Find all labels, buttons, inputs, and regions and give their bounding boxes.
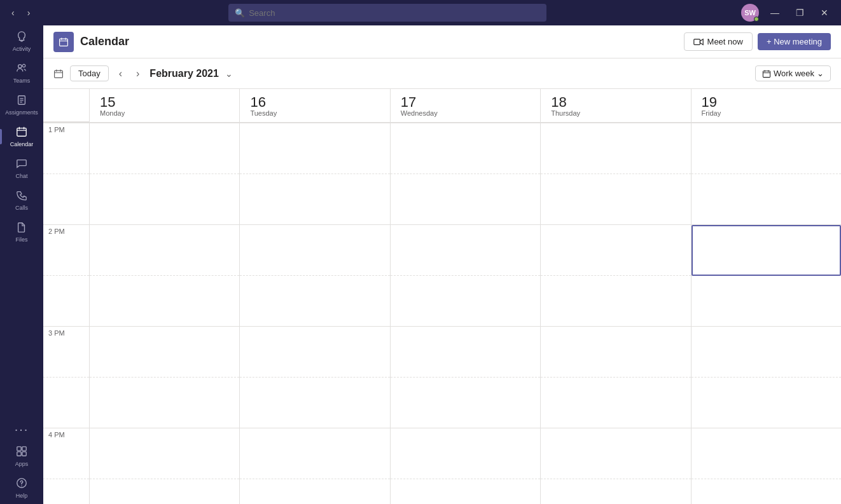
calendar-icon [16,126,27,139]
svg-rect-13 [763,71,770,77]
day-header-mon: 15 Monday [89,89,239,122]
apps-icon [16,446,27,459]
teams-icon [16,62,27,76]
sidebar: Activity Teams Assignments [0,25,43,504]
time-slot-2pm: 2 PM [43,224,89,275]
sidebar-item-label: Help [16,493,28,499]
sidebar-item-label: Files [15,236,27,243]
sidebar-item-calls[interactable]: Calls [0,184,43,216]
title-bar-right: SW — ❐ ✕ [741,4,833,22]
time-slot-430pm [43,479,89,504]
svg-rect-10 [60,39,68,46]
page-title: Calendar [80,35,684,48]
sidebar-item-label: Apps [15,461,29,467]
forward-button[interactable]: › [24,6,34,19]
day-col-tuesday[interactable] [239,123,389,504]
svg-point-0 [18,65,22,68]
day-header-tue: 16 Tuesday [239,89,389,122]
view-icon [762,69,771,78]
svg-rect-11 [693,39,700,44]
calendar-toolbar: Today ‹ › February 2021 ⌄ Work week ⌄ [43,58,841,89]
calendar-header: Calendar Meet now + New meeting [43,25,841,58]
time-slot-330pm [43,377,89,428]
sidebar-item-help[interactable]: Help [0,472,43,504]
svg-point-9 [21,486,22,486]
sidebar-item-label: Teams [13,78,31,84]
sidebar-item-apps[interactable]: Apps [0,440,43,472]
maximize-button[interactable]: ❐ [791,6,809,19]
chevron-down-icon: ⌄ [817,69,824,78]
main-content: Calendar Meet now + New meeting Today ‹ … [43,25,841,504]
day-col-thursday[interactable] [540,123,690,504]
time-grid[interactable]: 1 PM 2 PM 3 PM 4 PM 5 PM 6 PM 7 PM [43,123,841,504]
time-slot-130pm [43,174,89,224]
search-bar[interactable]: 🔍 [228,4,546,22]
prev-button[interactable]: ‹ [115,65,126,82]
files-icon [16,221,27,235]
minimize-button[interactable]: — [765,6,784,19]
search-icon: 🔍 [235,8,245,18]
svg-rect-4 [17,447,21,451]
calls-icon [16,189,27,203]
svg-rect-5 [22,447,26,451]
sidebar-item-files[interactable]: Files [0,216,43,248]
avatar-status-dot [754,17,759,22]
month-dropdown-button[interactable]: ⌄ [225,69,233,79]
time-slot-3pm: 3 PM [43,326,89,377]
svg-rect-6 [17,452,21,456]
meet-now-button[interactable]: Meet now [684,32,753,51]
sidebar-item-label: Chat [15,173,27,179]
sidebar-item-label: Calls [15,205,28,211]
sidebar-item-activity[interactable]: Activity [0,25,43,57]
today-button[interactable]: Today [70,65,109,81]
activity-icon [16,31,27,44]
sidebar-item-calendar[interactable]: Calendar [0,121,43,153]
back-button[interactable]: ‹ [8,6,18,19]
sidebar-item-teams[interactable]: Teams [0,57,43,89]
sidebar-item-assignments[interactable]: Assignments [0,89,43,121]
title-bar: ‹ › 🔍 SW — ❐ ✕ [0,0,841,25]
chat-icon [16,158,27,171]
time-labels-column: 1 PM 2 PM 3 PM 4 PM 5 PM 6 PM 7 PM [43,123,89,504]
svg-rect-7 [22,452,26,456]
help-icon [16,477,27,491]
day-header-wed: 17 Wednesday [390,89,540,122]
avatar[interactable]: SW [741,4,759,22]
sidebar-item-label: Activity [13,46,31,52]
svg-point-1 [22,64,25,67]
sidebar-item-label: Calendar [10,141,34,147]
calendar-event[interactable] [692,225,841,276]
next-button[interactable]: › [132,65,143,82]
sidebar-item-chat[interactable]: Chat [0,153,43,184]
time-slot-1pm: 1 PM [43,123,89,174]
day-col-monday[interactable] [89,123,239,504]
time-slot-230pm [43,275,89,326]
day-headers: 15 Monday 16 Tuesday 17 Wednesday 18 Thu… [43,89,841,123]
new-meeting-button[interactable]: + New meeting [758,33,831,50]
more-icon: ··· [15,423,29,435]
svg-rect-3 [17,128,26,137]
calendar-app-icon [53,32,74,52]
svg-rect-12 [55,71,63,78]
search-input[interactable] [249,8,540,18]
sidebar-item-label: Assignments [5,109,38,116]
view-selector[interactable]: Work week ⌄ [755,65,831,81]
nav-controls: ‹ › [8,6,34,19]
day-header-thu: 18 Thursday [540,89,690,122]
month-label: February 2021 [149,68,219,79]
calendar-grid: 15 Monday 16 Tuesday 17 Wednesday 18 Thu… [43,89,841,504]
assignments-icon [16,94,27,107]
day-col-wednesday[interactable] [390,123,540,504]
day-header-fri: 19 Friday [691,89,841,122]
app-body: Activity Teams Assignments [0,25,841,504]
close-button[interactable]: ✕ [816,6,833,19]
calendar-small-icon [53,69,64,79]
day-col-friday[interactable] [691,123,841,504]
sidebar-item-more[interactable]: ··· [0,418,43,440]
time-slot-4pm: 4 PM [43,428,89,479]
